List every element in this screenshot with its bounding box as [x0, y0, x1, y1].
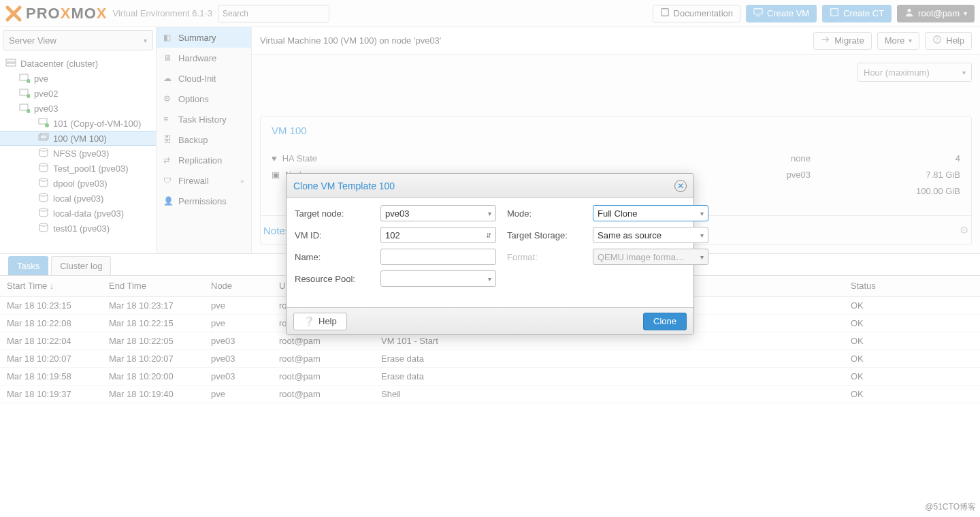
help-icon: ? [932, 35, 942, 46]
tree-item[interactable]: NFSS (pve03) [0, 146, 156, 161]
svg-rect-9 [20, 89, 28, 95]
column-header[interactable]: Node [204, 276, 272, 296]
migrate-button[interactable]: Migrate [813, 32, 871, 50]
user-menu-button[interactable]: root@pam ▾ [897, 5, 975, 22]
documentation-button[interactable]: Documentation [653, 5, 740, 22]
tree-item[interactable]: test01 (pve03) [0, 221, 156, 236]
modal-help-button[interactable]: ❔ Help [293, 313, 347, 330]
menu-item-options[interactable]: ⚙Options [157, 89, 251, 109]
node-icon [19, 72, 30, 85]
create-vm-button[interactable]: Create VM [746, 5, 817, 22]
tree-item-label: local-data (pve03) [53, 208, 124, 219]
tree-node-pve03[interactable]: pve03 [0, 101, 156, 116]
tree-item[interactable]: local-data (pve03) [0, 206, 156, 221]
tree-node-pve02[interactable]: pve02 [0, 86, 156, 101]
table-cell: Mar 18 10:23:17 [102, 296, 204, 314]
table-cell: OK [844, 332, 980, 349]
help-button[interactable]: ? Help [925, 32, 972, 50]
menu-icon: 🗄 [163, 135, 173, 144]
menu-item-permissions[interactable]: 👤Permissions [157, 191, 251, 211]
tree-item-label: 100 (VM 100) [53, 134, 107, 144]
tree-node-pve[interactable]: pve [0, 71, 156, 86]
column-header[interactable]: Status [844, 276, 980, 296]
tree-item[interactable]: local (pve03) [0, 191, 156, 206]
svg-point-4 [907, 9, 911, 12]
target-node-select[interactable]: pve03▾ [380, 205, 496, 221]
table-cell: Mar 18 10:19:37 [0, 385, 102, 403]
menu-icon: ◧ [163, 33, 173, 42]
menu-item-hardware[interactable]: 🖥Hardware [157, 48, 251, 68]
svg-rect-13 [39, 119, 47, 124]
chevron-down-icon: ▾ [909, 37, 912, 44]
svg-point-17 [39, 148, 48, 151]
node-icon [19, 102, 30, 115]
tree-root-label: Datacenter (cluster) [20, 59, 98, 69]
menu-item-task-history[interactable]: ≡Task History [157, 109, 251, 129]
disk-icon [38, 162, 49, 175]
svg-point-10 [27, 94, 30, 98]
table-row[interactable]: Mar 18 10:19:37Mar 18 10:19:40pveroot@pa… [0, 385, 980, 403]
table-cell: pve03 [204, 332, 272, 349]
mode-select[interactable]: Full Clone▾ [593, 205, 708, 221]
more-button[interactable]: More ▾ [877, 32, 920, 50]
name-input[interactable] [380, 249, 496, 265]
storage-select[interactable]: Same as source▾ [593, 227, 708, 243]
storage-value: Same as source [598, 230, 662, 240]
svg-point-21 [39, 208, 48, 211]
svg-point-18 [39, 163, 48, 166]
summary-row: ♥HA State none [272, 150, 811, 166]
column-header[interactable]: Start Time ↓ [0, 276, 102, 296]
menu-label: Options [178, 94, 209, 104]
tree-node-label: pve03 [34, 104, 58, 114]
menu-item-summary[interactable]: ◧Summary [157, 27, 251, 48]
gear-icon[interactable]: ⚙ [960, 224, 968, 236]
table-cell: Mar 18 10:22:08 [0, 314, 102, 332]
search-input[interactable] [218, 5, 329, 22]
menu-item-firewall[interactable]: 🛡Firewall▸ [157, 170, 251, 191]
menu-item-cloud-init[interactable]: ☁Cloud-Init [157, 68, 251, 89]
table-row[interactable]: Mar 18 10:19:58Mar 18 10:20:00pve03root@… [0, 367, 980, 385]
tree-item[interactable]: dpool (pve03) [0, 176, 156, 191]
sort-down-icon: ↓ [50, 281, 54, 291]
tab-tasks[interactable]: Tasks [8, 256, 48, 275]
server-view-select[interactable]: Server View ▾ [3, 30, 153, 50]
chevron-down-icon: ▾ [488, 210, 491, 217]
create-ct-button[interactable]: Create CT [822, 5, 892, 22]
close-icon[interactable]: ✕ [674, 180, 687, 192]
tree-item[interactable]: 101 (Copy-of-VM-100) [0, 116, 156, 131]
logo: PROXMOX [5, 5, 108, 22]
svg-rect-1 [754, 9, 762, 14]
chevron-down-icon: ▾ [144, 37, 147, 44]
toolbar: Virtual Machine 100 (VM 100) on node 'pv… [252, 27, 980, 54]
vmid-input[interactable]: 102⇵ [380, 227, 496, 243]
table-cell: Mar 18 10:20:07 [102, 349, 204, 367]
summary-side-val: 4 [956, 153, 960, 163]
disk-icon [38, 147, 49, 160]
disk-icon [38, 222, 49, 235]
svg-rect-5 [6, 59, 16, 62]
svg-rect-3 [831, 9, 838, 16]
modal-help-label: Help [318, 316, 337, 326]
menu-item-replication[interactable]: ⇄Replication [157, 150, 251, 170]
breadcrumb: Virtual Machine 100 (VM 100) on node 'pv… [260, 35, 441, 46]
modal-title-bar[interactable]: Clone VM Template 100 ✕ [287, 174, 693, 198]
user-icon [904, 7, 914, 19]
clone-button[interactable]: Clone [643, 313, 687, 330]
svg-rect-11 [20, 104, 28, 110]
tab-cluster-log[interactable]: Cluster log [51, 256, 111, 275]
svg-point-8 [27, 79, 30, 83]
name-label: Name: [295, 252, 370, 262]
table-cell: OK [844, 385, 980, 403]
tree-item[interactable]: 100 (VM 100) [0, 131, 156, 146]
tree-item-label: dpool (pve03) [53, 178, 108, 189]
timeframe-select[interactable]: Hour (maximum) ▾ [858, 63, 972, 82]
tree-datacenter[interactable]: Datacenter (cluster) [0, 56, 156, 71]
column-header[interactable]: End Time [102, 276, 204, 296]
tree-item[interactable]: Test_pool1 (pve03) [0, 161, 156, 176]
modal-footer: ❔ Help Clone [287, 307, 693, 334]
table-row[interactable]: Mar 18 10:20:07Mar 18 10:20:07pve03root@… [0, 349, 980, 367]
table-cell: pve03 [204, 367, 272, 385]
table-cell: Erase data [374, 367, 844, 385]
pool-select[interactable]: ▾ [380, 270, 496, 287]
menu-item-backup[interactable]: 🗄Backup [157, 129, 251, 150]
